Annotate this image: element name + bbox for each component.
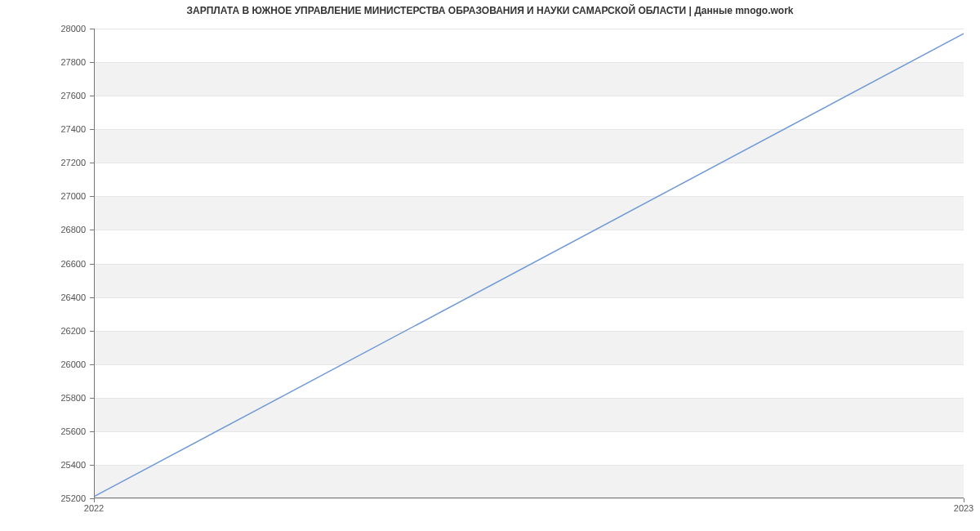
y-tick-label: 26800 [41, 225, 86, 234]
x-tick-label: 2023 [954, 503, 973, 513]
y-tick-label: 25400 [41, 460, 86, 470]
grid-line [94, 498, 964, 499]
y-tick [90, 230, 94, 230]
y-tick [90, 96, 94, 96]
x-axis [94, 498, 964, 498]
y-tick-label: 27400 [41, 124, 86, 134]
salary-line-chart: ЗАРПЛАТА В ЮЖНОЕ УПРАВЛЕНИЕ МИНИСТЕРСТВА… [0, 0, 980, 531]
y-tick [90, 129, 94, 130]
y-tick [90, 264, 94, 265]
y-tick [90, 465, 94, 466]
y-tick-label: 26400 [41, 292, 86, 302]
y-tick [90, 431, 94, 432]
y-tick [90, 398, 94, 399]
y-tick [90, 62, 94, 63]
series-line [94, 33, 964, 497]
y-axis [94, 29, 95, 498]
y-tick [90, 163, 94, 163]
y-tick [90, 29, 94, 29]
chart-title: ЗАРПЛАТА В ЮЖНОЕ УПРАВЛЕНИЕ МИНИСТЕРСТВА… [0, 5, 980, 16]
line-series [94, 29, 964, 498]
x-tick [94, 498, 95, 502]
y-tick [90, 297, 94, 298]
y-tick-label: 27000 [41, 191, 86, 201]
y-tick-label: 25200 [41, 493, 86, 503]
y-tick-label: 26200 [41, 326, 86, 336]
y-tick-label: 28000 [41, 24, 86, 33]
y-tick-label: 27600 [41, 91, 86, 100]
y-tick [90, 364, 94, 365]
y-tick-label: 25600 [41, 426, 86, 436]
y-tick-label: 26000 [41, 359, 86, 369]
y-tick-label: 26600 [41, 259, 86, 269]
y-tick [90, 331, 94, 332]
plot-area [94, 29, 964, 498]
y-tick-label: 27800 [41, 57, 86, 67]
x-tick-label: 2022 [84, 503, 104, 513]
y-tick [90, 196, 94, 197]
y-tick-label: 25800 [41, 393, 86, 403]
x-tick [964, 498, 964, 502]
y-tick-label: 27200 [41, 158, 86, 167]
